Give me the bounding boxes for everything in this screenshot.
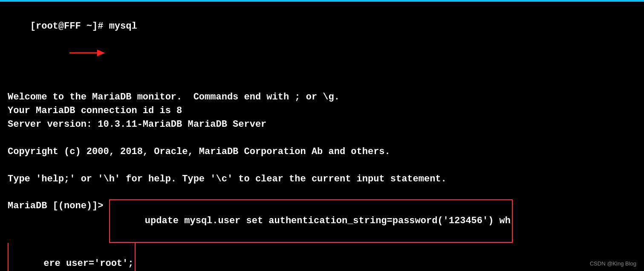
watermark: CSDN @King Blog — [590, 260, 636, 267]
line-connection-id: Your MariaDB connection id is 8 — [8, 104, 636, 118]
sql-highlight: update mysql.user set authentication_str… — [109, 199, 513, 243]
terminal: [root@FFF ~]# mysql Welcome to the Maria… — [0, 2, 644, 271]
mariadb-prompt-1: MariaDB [(none)]> — [8, 199, 109, 243]
line-sql-cmd: MariaDB [(none)]> update mysql.user set … — [8, 199, 636, 243]
line-server-version: Server version: 10.3.11-MariaDB MariaDB … — [8, 118, 636, 131]
sql-text-1: update mysql.user set authentication_str… — [145, 216, 511, 226]
sql-text-2: ere user='root'; — [43, 258, 133, 269]
line-sql-cmd-2: ere user='root'; — [8, 243, 636, 271]
blank-2 — [8, 159, 636, 172]
blank-3 — [8, 186, 636, 200]
line-copyright: Copyright (c) 2000, 2018, Oracle, MariaD… — [8, 145, 636, 159]
sql-highlight-2: ere user='root'; — [8, 243, 136, 271]
line-prompt-mysql: [root@FFF ~]# mysql — [8, 6, 636, 90]
line-welcome: Welcome to the MariaDB monitor. Commands… — [8, 90, 636, 104]
svg-marker-1 — [97, 50, 105, 56]
line-help: Type 'help;' or '\h' for help. Type '\c'… — [8, 172, 636, 186]
blank-1 — [8, 131, 636, 145]
prompt-text: [root@FFF ~]# mysql — [30, 21, 137, 32]
arrow-icon — [34, 33, 106, 77]
